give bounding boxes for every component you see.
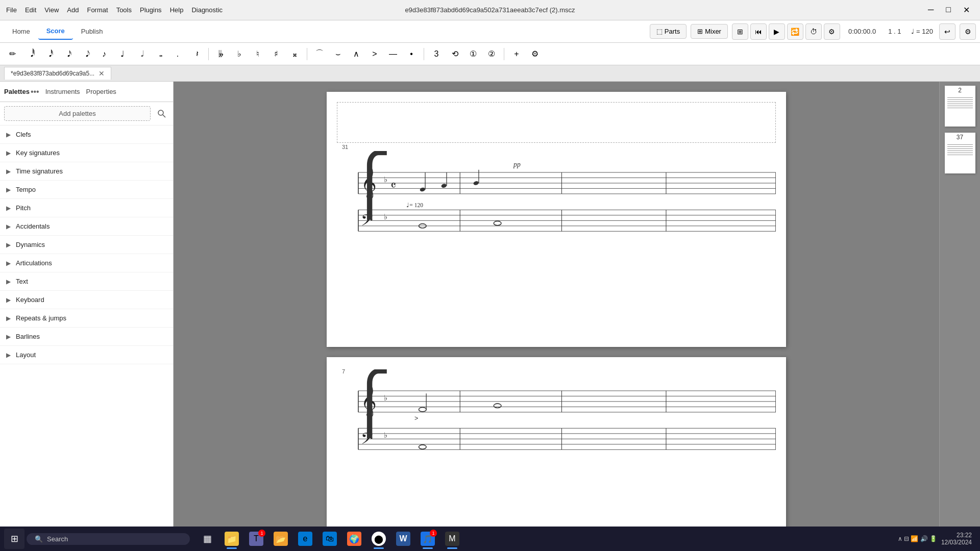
svg-point-66 <box>419 445 426 449</box>
tab-publish[interactable]: Publish <box>73 23 111 39</box>
voice2[interactable]: ② <box>483 46 500 62</box>
taskbar-folder[interactable]: 📂 <box>270 528 292 550</box>
voice1[interactable]: ① <box>465 46 481 62</box>
menu-edit[interactable]: Edit <box>25 6 36 14</box>
score-area[interactable]: 31 𝄞 pp <box>174 82 939 527</box>
menu-add[interactable]: Add <box>67 6 79 14</box>
add-palettes-button[interactable]: Add palettes <box>4 106 151 121</box>
toolbar-divider-1 <box>208 48 209 60</box>
page-thumb-37[interactable]: 37 <box>945 133 975 173</box>
flip[interactable]: ⟲ <box>447 46 463 62</box>
rewind-button[interactable]: ⏮ <box>750 23 767 40</box>
staccato[interactable]: • <box>403 46 420 62</box>
loop-button[interactable]: 🔁 <box>787 23 803 40</box>
palette-item-time-signatures[interactable]: ▶ Time signatures <box>0 162 173 181</box>
start-button[interactable]: ⊞ <box>4 529 24 549</box>
note-64th[interactable]: 𝅘𝅥𝅰 <box>41 46 57 62</box>
taskbar-file-explorer[interactable]: 📁 <box>220 528 243 550</box>
palette-item-pitch[interactable]: ▶ Pitch <box>0 199 173 217</box>
menu-format[interactable]: Format <box>87 6 108 14</box>
settings-button[interactable]: ⚙ <box>824 23 840 40</box>
taskbar-search[interactable]: 🔍 Search <box>27 533 190 545</box>
flat[interactable]: ♭ <box>231 46 248 62</box>
natural[interactable]: ♮ <box>250 46 266 62</box>
palettes-more[interactable]: ••• <box>31 87 39 96</box>
properties-tab[interactable]: Properties <box>86 88 116 95</box>
page-thumb-2[interactable]: 2 <box>945 86 975 127</box>
minimize-button[interactable]: ─ <box>924 4 938 16</box>
palette-item-articulations[interactable]: ▶ Articulations <box>0 254 173 272</box>
palette-search-button[interactable] <box>155 107 169 121</box>
add-tool[interactable]: + <box>508 46 525 62</box>
note-8th[interactable]: ♪ <box>96 46 112 62</box>
instruments-tab[interactable]: Instruments <box>45 88 80 95</box>
menu-diagnostic[interactable]: Diagnostic <box>191 6 223 14</box>
taskbar-edge[interactable]: e <box>294 528 316 550</box>
mixer-icon: ⊞ <box>697 28 703 35</box>
parts-icon: ⬚ <box>656 28 663 35</box>
close-button[interactable]: ✕ <box>959 4 974 16</box>
menu-plugins[interactable]: Plugins <box>140 6 162 14</box>
maximize-button[interactable]: □ <box>942 4 955 16</box>
tenuto[interactable]: — <box>385 46 401 62</box>
mixer-button[interactable]: ⊞ Mixer <box>691 24 728 39</box>
palette-item-key-signatures[interactable]: ▶ Key signatures <box>0 144 173 162</box>
taskbar-apps: ▦ 📁 T 1 📂 e 🛍 🌍 ⬤ <box>196 528 463 550</box>
palette-item-barlines[interactable]: ▶ Barlines <box>0 328 173 346</box>
note-dot[interactable]: . <box>169 46 186 62</box>
taskbar-app2[interactable]: M <box>441 528 463 550</box>
taskbar-musescore[interactable]: 🎵 1 <box>416 528 439 550</box>
metronome-button[interactable]: ⏱ <box>805 23 822 40</box>
svg-text:⎧: ⎧ <box>348 369 391 438</box>
menu-help[interactable]: Help <box>170 6 184 14</box>
menu-file[interactable]: File <box>6 6 17 14</box>
taskbar-browser[interactable]: 🌍 <box>343 528 365 550</box>
repeats-arrow: ▶ <box>6 315 11 322</box>
rest-tool[interactable]: 𝄽 <box>188 46 204 62</box>
note-quarter[interactable]: ♩ <box>114 46 131 62</box>
parts-button[interactable]: ⬚ Parts <box>650 24 687 39</box>
sharp[interactable]: ♯ <box>268 46 284 62</box>
palette-item-clefs[interactable]: ▶ Clefs <box>0 126 173 144</box>
taskbar-widgets[interactable]: ▦ <box>196 528 218 550</box>
grid-button[interactable]: ⊞ <box>732 23 748 40</box>
note-128th[interactable]: 𝅘𝅥𝅱 <box>22 46 39 62</box>
palette-item-layout[interactable]: ▶ Layout <box>0 346 173 364</box>
text-label: Text <box>16 278 28 285</box>
palette-item-tempo[interactable]: ▶ Tempo <box>0 181 173 199</box>
tab-home[interactable]: Home <box>4 23 38 39</box>
tuplet[interactable]: 3 <box>428 46 445 62</box>
taskbar-word[interactable]: W <box>392 528 414 550</box>
document-tab[interactable]: *e9d3e83f873abd6d69ca9a5... ✕ <box>4 67 111 80</box>
settings-tool[interactable]: ⚙ <box>527 46 543 62</box>
note-whole[interactable]: 𝅝 <box>151 46 167 62</box>
tab-score[interactable]: Score <box>38 23 73 40</box>
double-flat[interactable]: 𝄫 <box>213 46 229 62</box>
palette-item-keyboard[interactable]: ▶ Keyboard <box>0 291 173 309</box>
pencil-tool[interactable]: ✏ <box>4 46 20 62</box>
palette-item-dynamics[interactable]: ▶ Dynamics <box>0 236 173 254</box>
palette-item-repeats[interactable]: ▶ Repeats & jumps <box>0 309 173 328</box>
customize-button[interactable]: ⚙ <box>960 23 976 40</box>
palettes-label[interactable]: Palettes <box>4 88 30 95</box>
taskbar-chrome[interactable]: ⬤ <box>368 528 390 550</box>
palette-item-accidentals[interactable]: ▶ Accidentals <box>0 217 173 236</box>
menu-tools[interactable]: Tools <box>116 6 132 14</box>
note-half[interactable]: 𝅗𝅥 <box>133 46 149 62</box>
taskbar-teams[interactable]: T 1 <box>245 528 267 550</box>
taskbar-clock: 23:22 12/03/2024 <box>941 532 972 546</box>
palette-item-text[interactable]: ▶ Text <box>0 272 173 291</box>
accent[interactable]: > <box>366 46 383 62</box>
undo-button[interactable]: ↩ <box>939 23 955 40</box>
marcato[interactable]: ∧ <box>348 46 364 62</box>
double-sharp[interactable]: 𝄪 <box>286 46 303 62</box>
slur[interactable]: ⌣ <box>330 46 346 62</box>
tempo-display: ♩ = 120 <box>909 28 935 35</box>
menu-view[interactable]: View <box>44 6 59 14</box>
note-32nd[interactable]: 𝅘𝅥𝅯 <box>59 46 76 62</box>
doc-tab-close[interactable]: ✕ <box>99 69 105 78</box>
play-button[interactable]: ▶ <box>769 23 785 40</box>
taskbar-ms-store[interactable]: 🛍 <box>318 528 341 550</box>
note-16th[interactable]: 𝅘𝅥𝅮 <box>78 46 94 62</box>
tie[interactable]: ⌒ <box>311 46 328 62</box>
